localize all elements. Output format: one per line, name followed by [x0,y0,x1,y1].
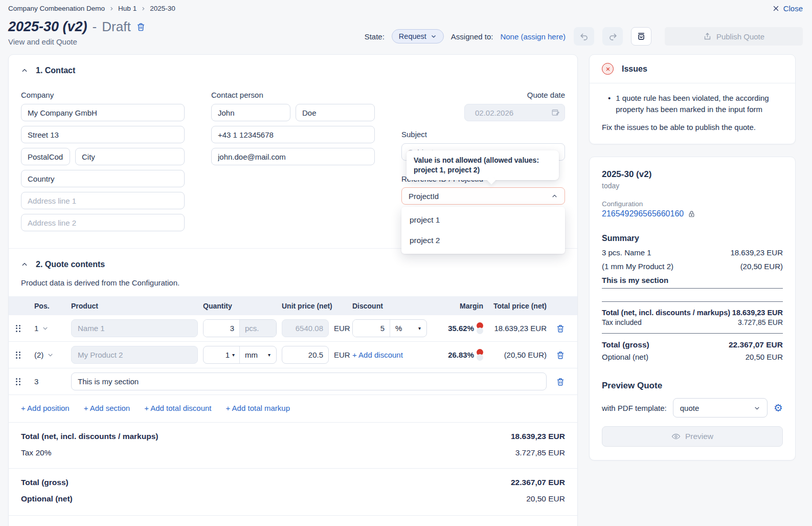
position-toggle[interactable]: 1 [34,324,66,333]
chevron-right-icon [109,6,114,11]
summary-net-value: 18.639,23 EUR [732,309,783,317]
quote-date-field[interactable] [464,104,565,121]
drag-handle-icon[interactable] [16,378,20,385]
margin-indicator-icon [477,322,483,334]
section-title-field[interactable] [71,372,547,390]
address-line-1-field[interactable] [21,192,185,209]
first-name-field[interactable] [211,104,290,121]
lock-icon [688,210,695,218]
close-icon [772,5,780,12]
configuration-link[interactable]: 216549296565660160 [602,209,684,218]
contact-section-header[interactable]: 1. Contact [9,55,577,81]
pdf-template-value: quote [680,404,700,412]
assign-link[interactable]: None (assign here) [500,32,566,41]
quantity-field[interactable] [204,320,239,337]
close-button[interactable]: Close [772,4,803,13]
drag-handle-icon[interactable] [16,325,20,332]
quantity-dropdown[interactable]: 1▾ [204,346,239,363]
summary-net-label: Total (net, incl. discounts / markups) [602,309,730,317]
state-dropdown[interactable]: Request [392,29,444,43]
table-row: (2) 1▾ mm▾ EUR + Add discount 26.83% (2 [9,342,577,368]
add-position-link[interactable]: + Add position [21,404,70,412]
position-number: 3 [34,377,66,386]
currency-label: EUR [334,350,350,359]
postal-code-field[interactable] [21,148,70,165]
margin-indicator-icon [477,349,483,361]
unit-price-field[interactable] [282,346,329,364]
last-name-field[interactable] [296,104,375,121]
product-name-field[interactable] [71,346,198,364]
drag-handle-icon[interactable] [16,352,20,359]
product-name-field[interactable] [71,319,198,337]
summary-section-label: This is my section [602,276,783,289]
preview-button[interactable]: Preview [602,426,783,447]
email-field[interactable] [211,148,375,165]
error-circle-icon [602,63,614,75]
bullet-icon: • [608,93,611,115]
undo-icon [579,32,589,41]
close-label: Close [783,4,803,13]
reference-id-dropdown[interactable]: ProjectId [401,187,565,205]
add-total-discount-link[interactable]: + Add total discount [144,404,211,412]
validation-tooltip: Value is not allowed (allowed values: pr… [407,150,559,180]
position-toggle[interactable]: (2) [34,350,66,359]
discount-field[interactable] [353,320,390,337]
issues-card: Issues •1 quote rule has been violated, … [589,54,796,144]
company-field[interactable] [21,104,185,121]
chevron-right-icon [141,6,146,11]
contact-person-column: Contact person [211,83,375,236]
summary-line-label: 3 pcs. Name 1 [602,248,651,257]
breadcrumb-item-hub[interactable]: Hub 1 [118,5,137,12]
summary-tax-label: Tax included [602,318,642,326]
redo-button[interactable] [602,27,623,46]
country-field[interactable] [21,170,185,187]
add-section-link[interactable]: + Add section [84,404,130,412]
delete-row-icon[interactable] [552,324,569,333]
page-subtitle: View and edit Quote [8,37,146,46]
unit-dropdown[interactable]: mm▾ [239,346,276,363]
menu-item-project-1[interactable]: project 1 [401,210,565,230]
phone-field[interactable] [211,126,375,143]
breadcrumb-item-company[interactable]: Company Combeenation Demo [8,5,105,12]
summary-gross-label: Total (gross) [602,340,649,349]
delete-row-icon[interactable] [552,350,569,360]
pdf-template-label: with PDF template: [602,404,667,412]
discount-unit-dropdown[interactable]: %▾ [390,320,426,337]
total-gross-value: 22.367,07 EUR [511,478,565,487]
redo-icon [608,32,618,41]
menu-item-project-2[interactable]: project 2 [401,230,565,251]
gear-icon[interactable]: ⚙ [774,402,783,414]
company-label: Company [21,91,185,99]
breadcrumb-item-quote[interactable]: 2025-30 [150,5,175,12]
quote-contents-section-title: 2. Quote contents [36,260,105,269]
publish-label: Publish Quote [716,32,764,41]
pdf-template-dropdown[interactable]: quote [673,398,768,418]
delete-quote-icon[interactable] [136,22,146,32]
discount-unit-value: % [395,324,402,333]
details-section-header[interactable]: 3. Details [9,515,577,526]
col-quantity: Quantity [203,302,277,310]
issues-hint: Fix the issues to be able to publish the… [602,122,784,133]
delete-row-icon[interactable] [552,377,569,386]
address-line-2-field[interactable] [21,214,185,231]
city-field[interactable] [75,148,185,165]
archive-button[interactable] [631,27,651,46]
page-title: 2025-30 (v2) [8,19,87,35]
caret-down-icon: ▾ [268,353,270,358]
configuration-note: Product data is derived from the Configu… [9,275,577,296]
title-separator: - [93,19,97,35]
unit-price-cell: EUR [282,319,347,337]
unit-price-field[interactable] [282,319,329,337]
street-field[interactable] [21,126,185,143]
col-unit-price: Unit price (net) [282,302,347,310]
chevron-down-icon [42,325,49,332]
table-row: 1 pcs. EUR %▾ 35.62% [9,315,577,342]
publish-quote-button[interactable]: Publish Quote [665,27,803,46]
quantity-value: 1 [225,350,230,359]
chevron-up-icon [21,261,28,268]
col-margin: Margin [432,302,483,310]
add-total-markup-link[interactable]: + Add total markup [226,404,290,412]
undo-button[interactable] [574,27,594,46]
contact-person-label: Contact person [211,91,375,99]
add-discount-link[interactable]: + Add discount [352,350,403,359]
